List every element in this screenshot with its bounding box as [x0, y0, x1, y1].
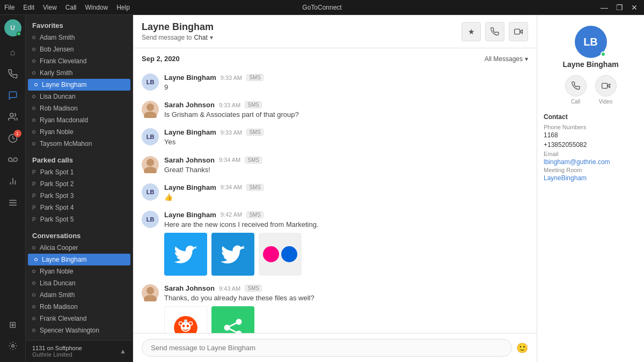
contact-online-dot	[601, 51, 606, 57]
video-button[interactable]	[509, 22, 528, 41]
minimize-button[interactable]: —	[599, 3, 610, 12]
park-spot-3[interactable]: PPark Spot 3	[26, 190, 133, 202]
message-row: Sarah Johnson 9:43 AM SMS Thanks, do you…	[133, 280, 537, 333]
nav-settings[interactable]	[3, 336, 23, 356]
sidebar-item-layne-bingham-fav[interactable]: Layne Bingham	[28, 79, 130, 91]
flickr-icon-image	[259, 233, 302, 276]
conv-rob-madison[interactable]: Rob Madison	[26, 301, 133, 313]
sidebar-item-frank-cleveland[interactable]: Frank Cleveland	[26, 55, 133, 67]
sidebar-item-lisa-duncan-fav[interactable]: Lisa Duncan	[26, 91, 133, 102]
maximize-button[interactable]: ❐	[614, 3, 625, 12]
nav-apps[interactable]: ⊞	[3, 315, 23, 334]
svg-point-23	[187, 325, 189, 328]
park-spot-1[interactable]: PPark Spot 1	[26, 166, 133, 178]
park-spot-4[interactable]: PPark Spot 4	[26, 202, 133, 213]
menu-help[interactable]: Help	[116, 4, 130, 11]
chat-input[interactable]	[142, 339, 512, 357]
svg-point-14	[147, 104, 154, 111]
svg-point-3	[13, 158, 17, 161]
menu-call[interactable]: Call	[65, 4, 77, 11]
sidebar-item-taysom-mcmahon[interactable]: Taysom McMahon	[26, 138, 133, 150]
history-badge: 1	[14, 130, 21, 137]
sidebar-footer[interactable]: 1131 on Softphone Guthrie Limited ▲	[26, 340, 133, 362]
conv-adam-smith[interactable]: Adam Smith	[26, 289, 133, 301]
sidebar-item-adam-smith[interactable]: Adam Smith	[26, 32, 133, 43]
svg-point-17	[144, 167, 157, 173]
sidebar-item-ryan-noble-fav[interactable]: Ryan Noble	[26, 126, 133, 138]
nav-analytics[interactable]	[3, 172, 23, 191]
nav-home[interactable]: ⌂	[3, 43, 23, 62]
footer-line2: Guthrie Limited	[32, 351, 82, 358]
menu-view[interactable]: View	[43, 4, 57, 11]
contact-call-button[interactable]: Call	[565, 75, 587, 105]
contact-video-button[interactable]: Video	[595, 75, 617, 105]
send-via-channel[interactable]: Chat	[194, 34, 207, 41]
send-via-chevron-icon[interactable]: ▾	[210, 34, 213, 41]
conv-alicia-cooper[interactable]: Alicia Cooper	[26, 242, 133, 254]
icon-rail: U ⌂ 1 ⊞	[0, 15, 26, 362]
reddit-icon-image	[164, 306, 207, 333]
sidebar: Favorites Adam Smith Bob Jensen Frank Cl…	[26, 15, 133, 362]
nav-admin[interactable]	[3, 193, 23, 212]
message-avatar: LB	[142, 183, 159, 201]
send-via-row: Send message to Chat ▾	[142, 34, 214, 41]
svg-point-2	[8, 158, 12, 161]
sidebar-item-rob-madison-fav[interactable]: Rob Madison	[26, 102, 133, 114]
nav-chat[interactable]	[3, 86, 23, 105]
message-text: Thanks, do you already have these files …	[164, 293, 528, 303]
contact-name-large: Layne Bingham	[562, 60, 618, 69]
nav-voicemail[interactable]	[3, 150, 23, 169]
message-row: LB Layne Bingham 9:42 AM SMS Here are th…	[133, 206, 537, 280]
message-row: Sarah Johnson 9:34 AM SMS Great! Thanks!	[133, 152, 537, 179]
menu-bar[interactable]: File Edit View Call Window Help	[4, 4, 130, 11]
message-type-badge: SMS	[245, 285, 262, 292]
email-link[interactable]: lbingham@guthrie.com	[544, 158, 638, 166]
sidebar-item-bob-jensen[interactable]: Bob Jensen	[26, 43, 133, 55]
svg-rect-13	[515, 29, 520, 34]
chat-area: Layne Bingham Send message to Chat ▾ ★	[133, 15, 537, 362]
phone-number-2: +13852055082	[544, 141, 638, 149]
menu-file[interactable]: File	[4, 4, 14, 11]
nav-phone[interactable]	[3, 64, 23, 84]
conv-lisa-duncan[interactable]: Lisa Duncan	[26, 277, 133, 289]
message-text: Yes	[164, 137, 528, 147]
message-row: Sarah Johnson 9:33 AM SMS Is Grisham & A…	[133, 97, 537, 124]
message-row: LB Layne Bingham 9:34 AM SMS 👍	[133, 179, 537, 206]
park-spot-2[interactable]: PPark Spot 2	[26, 178, 133, 190]
park-spot-5[interactable]: PPark Spot 5	[26, 213, 133, 225]
conv-layne-bingham[interactable]: Layne Bingham	[28, 254, 130, 265]
message-avatar: LB	[142, 73, 159, 91]
nav-contacts[interactable]	[3, 107, 23, 127]
menu-window[interactable]: Window	[85, 4, 108, 11]
window-controls[interactable]: — ❐ ✕	[599, 3, 640, 12]
svg-point-16	[147, 159, 154, 166]
sidebar-item-karly-smith[interactable]: Karly Smith	[26, 67, 133, 79]
conv-frank-cleveland[interactable]: Frank Cleveland	[26, 313, 133, 324]
user-avatar[interactable]: U	[4, 19, 21, 36]
message-sender: Layne Bingham	[164, 211, 216, 219]
parked-calls-list: PPark Spot 1 PPark Spot 2 PPark Spot 3 P…	[26, 166, 133, 225]
close-button[interactable]: ✕	[629, 3, 640, 12]
svg-line-34	[227, 328, 239, 333]
svg-point-27	[189, 322, 192, 325]
message-avatar: LB	[142, 211, 159, 228]
footer-line1: 1131 on Softphone	[32, 345, 82, 351]
sidebar-item-ryan-macdonald[interactable]: Ryan Macdonald	[26, 114, 133, 126]
call-button[interactable]	[485, 22, 504, 41]
email-label: Email	[544, 151, 638, 157]
conv-ryan-noble[interactable]: Ryan Noble	[26, 265, 133, 277]
message-time: 9:33 AM	[219, 102, 240, 108]
emoji-button[interactable]: 🙂	[516, 342, 528, 354]
video-label: Video	[599, 99, 612, 105]
footer-chevron-icon[interactable]: ▲	[120, 348, 126, 355]
favorite-button[interactable]: ★	[462, 22, 481, 41]
conv-spencer-washington[interactable]: Spencer Washington	[26, 324, 133, 336]
call-label: Call	[571, 99, 580, 105]
meeting-room-link[interactable]: LayneBingham	[544, 174, 638, 182]
chat-input-area: 🙂	[133, 333, 537, 362]
messages-filter-dropdown[interactable]: All Messages ▾	[485, 55, 528, 63]
message-sender: Sarah Johnson	[164, 156, 215, 164]
messages-date-header: Sep 2, 2020 All Messages ▾	[133, 48, 537, 69]
menu-edit[interactable]: Edit	[23, 4, 34, 11]
nav-history[interactable]: 1	[3, 129, 23, 148]
